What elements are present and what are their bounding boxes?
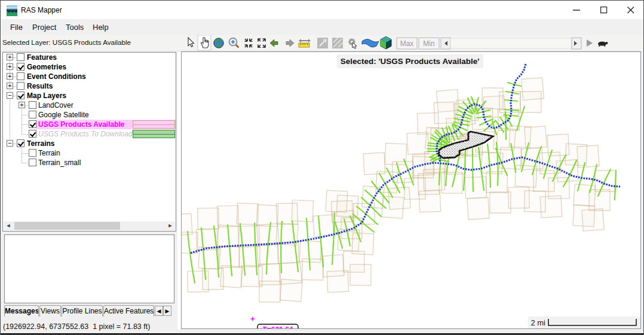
svg-text:Max: Max [400, 39, 414, 48]
svg-text:Min: Min [423, 39, 434, 48]
svg-text:Selected: 'USGS Products Avail: Selected: 'USGS Products Available' [341, 57, 480, 66]
svg-text:T=631.64: T=631.64 [262, 325, 293, 328]
svg-text:2 mi: 2 mi [530, 318, 545, 327]
